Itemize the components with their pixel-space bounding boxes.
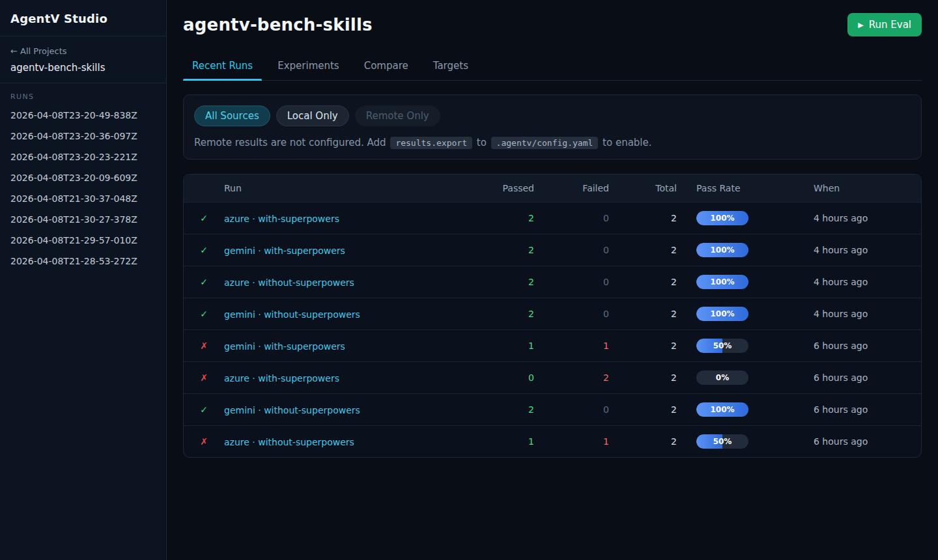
- passed-count: 0: [476, 372, 534, 383]
- run-link[interactable]: azure · with-superpowers: [224, 373, 339, 384]
- run-link[interactable]: azure · without-superpowers: [224, 277, 354, 288]
- when-label: 4 hours ago: [814, 213, 921, 223]
- sidebar-run-item[interactable]: 2026-04-08T21-30-27-378Z: [10, 209, 156, 230]
- column-header-pass-rate: Pass Rate: [677, 183, 814, 193]
- run-link[interactable]: gemini · without-superpowers: [224, 309, 360, 320]
- pass-rate-label: 50%: [696, 339, 748, 353]
- run-link[interactable]: azure · with-superpowers: [224, 214, 339, 224]
- failed-count: 0: [534, 277, 609, 287]
- pass-rate-pill: 100%: [696, 275, 748, 289]
- passed-count: 1: [476, 341, 534, 351]
- chip-local-only[interactable]: Local Only: [276, 105, 349, 126]
- pass-rate-label: 50%: [696, 434, 748, 449]
- pass-rate-pill: 100%: [696, 307, 748, 321]
- sidebar-runs-section: RUNS 2026-04-08T23-20-49-838Z 2026-04-08…: [0, 83, 166, 281]
- total-count: 2: [609, 404, 677, 415]
- sidebar: AgentV Studio ← All Projects agentv-benc…: [0, 0, 167, 560]
- code-results-export: results.export: [390, 137, 472, 149]
- table-header-row: Run Passed Failed Total Pass Rate When: [184, 175, 921, 202]
- pass-rate-label: 100%: [696, 243, 748, 257]
- page-title: agentv-bench-skills: [183, 15, 373, 35]
- note-text: Remote results are not configured. Add: [194, 137, 386, 148]
- total-count: 2: [609, 277, 677, 287]
- chip-remote-only[interactable]: Remote Only: [355, 105, 440, 126]
- runs-section-label: RUNS: [10, 92, 156, 101]
- pass-rate-label: 100%: [696, 307, 748, 321]
- table-row[interactable]: ✗ azure · without-superpowers 1 1 2 50% …: [184, 425, 921, 457]
- when-label: 6 hours ago: [814, 372, 921, 383]
- page-header: agentv-bench-skills ▶ Run Eval: [183, 13, 922, 36]
- when-label: 4 hours ago: [814, 245, 921, 255]
- sidebar-run-item[interactable]: 2026-04-08T21-28-53-272Z: [10, 251, 156, 272]
- pass-rate-label: 100%: [696, 211, 748, 225]
- run-link[interactable]: gemini · without-superpowers: [224, 405, 360, 415]
- table-row[interactable]: ✓ azure · without-superpowers 2 0 2 100%…: [184, 266, 921, 298]
- run-link[interactable]: gemini · with-superpowers: [224, 341, 345, 352]
- status-icon: ✓: [184, 277, 224, 287]
- table-row[interactable]: ✓ gemini · with-superpowers 2 0 2 100% 4…: [184, 234, 921, 266]
- passed-count: 2: [476, 309, 534, 319]
- run-eval-label: Run Eval: [869, 19, 911, 31]
- pass-rate-pill: 100%: [696, 243, 748, 257]
- pass-rate-label: 0%: [696, 371, 748, 385]
- when-label: 4 hours ago: [814, 277, 921, 287]
- pass-rate-label: 100%: [696, 402, 748, 417]
- sidebar-run-item[interactable]: 2026-04-08T23-20-23-221Z: [10, 147, 156, 167]
- sidebar-run-item[interactable]: 2026-04-08T23-20-36-097Z: [10, 126, 156, 147]
- column-header-passed: Passed: [476, 183, 534, 193]
- tab-experiments[interactable]: Experiments: [268, 53, 348, 80]
- pass-rate-pill: 100%: [696, 402, 748, 417]
- tab-compare[interactable]: Compare: [355, 53, 418, 80]
- pass-rate-pill: 0%: [696, 371, 748, 385]
- status-icon: ✗: [184, 436, 224, 447]
- when-label: 4 hours ago: [814, 309, 921, 319]
- failed-count: 0: [534, 309, 609, 319]
- sidebar-run-item[interactable]: 2026-04-08T21-29-57-010Z: [10, 230, 156, 251]
- table-row[interactable]: ✗ azure · with-superpowers 0 2 2 0% 6 ho…: [184, 361, 921, 393]
- passed-count: 2: [476, 277, 534, 287]
- sidebar-project-name: agentv-bench-skills: [10, 62, 156, 74]
- pass-rate-pill: 50%: [696, 339, 748, 353]
- passed-count: 2: [476, 404, 534, 415]
- failed-count: 0: [534, 213, 609, 223]
- run-link[interactable]: gemini · with-superpowers: [224, 245, 345, 256]
- column-header-run: Run: [224, 183, 476, 193]
- when-label: 6 hours ago: [814, 404, 921, 415]
- runs-table: Run Passed Failed Total Pass Rate When ✓…: [183, 174, 922, 458]
- when-label: 6 hours ago: [814, 436, 921, 447]
- failed-count: 0: [534, 245, 609, 255]
- sidebar-run-item[interactable]: 2026-04-08T23-20-49-838Z: [10, 105, 156, 126]
- when-label: 6 hours ago: [814, 341, 921, 351]
- status-icon: ✗: [184, 341, 224, 351]
- run-eval-button[interactable]: ▶ Run Eval: [847, 13, 922, 36]
- total-count: 2: [609, 309, 677, 319]
- failed-count: 1: [534, 341, 609, 351]
- play-icon: ▶: [858, 21, 863, 29]
- status-icon: ✓: [184, 213, 224, 223]
- table-row[interactable]: ✓ gemini · without-superpowers 2 0 2 100…: [184, 393, 921, 425]
- table-row[interactable]: ✓ azure · with-superpowers 2 0 2 100% 4 …: [184, 202, 921, 234]
- table-row[interactable]: ✗ gemini · with-superpowers 1 1 2 50% 6 …: [184, 329, 921, 361]
- sidebar-project-section: ← All Projects agentv-bench-skills: [0, 36, 166, 83]
- chip-all-sources[interactable]: All Sources: [194, 105, 270, 126]
- sidebar-run-item[interactable]: 2026-04-08T21-30-37-048Z: [10, 188, 156, 209]
- source-filter-chips: All Sources Local Only Remote Only: [194, 105, 911, 126]
- status-icon: ✗: [184, 372, 224, 383]
- main-content: agentv-bench-skills ▶ Run Eval Recent Ru…: [167, 0, 938, 560]
- tab-targets[interactable]: Targets: [424, 53, 477, 80]
- tab-recent-runs[interactable]: Recent Runs: [183, 53, 262, 80]
- tab-bar: Recent Runs Experiments Compare Targets: [183, 53, 922, 81]
- remote-config-note: Remote results are not configured. Add r…: [194, 137, 911, 148]
- total-count: 2: [609, 213, 677, 223]
- table-row[interactable]: ✓ gemini · without-superpowers 2 0 2 100…: [184, 298, 921, 329]
- code-config-yaml: .agentv/config.yaml: [491, 137, 599, 149]
- total-count: 2: [609, 245, 677, 255]
- passed-count: 2: [476, 245, 534, 255]
- sidebar-run-item[interactable]: 2026-04-08T23-20-09-609Z: [10, 167, 156, 188]
- run-link[interactable]: azure · without-superpowers: [224, 437, 354, 447]
- total-count: 2: [609, 372, 677, 383]
- passed-count: 1: [476, 436, 534, 447]
- column-header-total: Total: [609, 183, 677, 193]
- note-text: to: [477, 137, 487, 148]
- all-projects-link[interactable]: ← All Projects: [10, 46, 67, 56]
